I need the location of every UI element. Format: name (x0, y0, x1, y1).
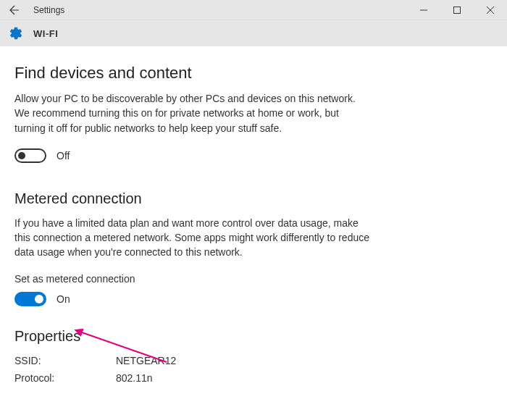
find-devices-heading: Find devices and content (14, 64, 377, 83)
properties-heading: Properties (14, 328, 377, 345)
window-title: Settings (29, 5, 407, 15)
property-key: SSID: (14, 355, 116, 366)
metered-description: If you have a limited data plan and want… (14, 216, 369, 260)
content-area: Find devices and content Allow your PC t… (0, 46, 391, 384)
maximize-button[interactable] (440, 0, 474, 20)
window-controls (407, 0, 507, 20)
toggle-knob (35, 295, 43, 303)
close-button[interactable] (474, 0, 507, 20)
gear-icon (9, 26, 23, 41)
find-devices-toggle-label: Off (56, 150, 70, 161)
find-devices-toggle-row: Off (14, 148, 377, 163)
titlebar: Settings (0, 0, 507, 20)
property-value: NETGEAR12 (116, 355, 176, 366)
minimize-icon (420, 7, 427, 14)
back-button[interactable] (0, 0, 29, 20)
property-row: SSID: NETGEAR12 (14, 355, 377, 366)
page-title: WI-FI (33, 28, 58, 39)
property-key: Protocol: (14, 372, 116, 384)
minimize-button[interactable] (407, 0, 440, 20)
close-icon (487, 7, 494, 14)
svg-rect-0 (454, 7, 461, 13)
find-devices-toggle[interactable] (14, 148, 46, 163)
metered-toggle[interactable] (14, 292, 46, 306)
page-header: WI-FI (0, 20, 507, 46)
metered-heading: Metered connection (14, 190, 377, 207)
metered-toggle-label: On (56, 293, 70, 305)
metered-field-label: Set as metered connection (14, 273, 377, 285)
find-devices-description: Allow your PC to be discoverable by othe… (14, 91, 369, 135)
toggle-knob (18, 152, 25, 159)
back-arrow-icon (9, 4, 20, 16)
metered-toggle-row: On (14, 292, 377, 306)
maximize-icon (453, 7, 461, 14)
property-row: Protocol: 802.11n (14, 372, 377, 384)
property-value: 802.11n (116, 372, 153, 384)
